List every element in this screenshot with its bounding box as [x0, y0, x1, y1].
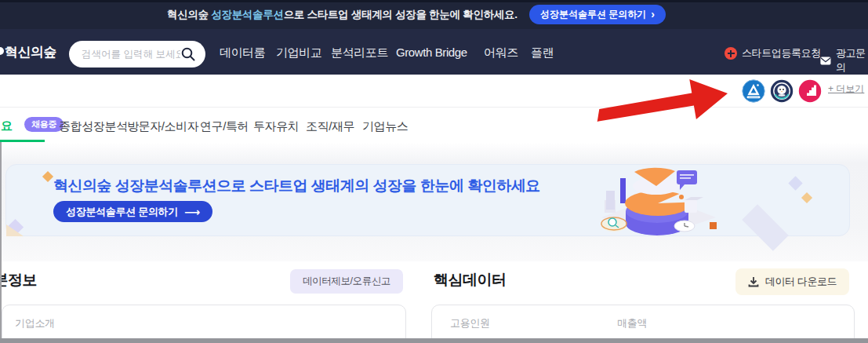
- nav-plan[interactable]: 플랜: [531, 46, 554, 60]
- download-icon: [748, 276, 759, 287]
- tab-research-patent[interactable]: 연구/특허: [200, 119, 249, 134]
- badge-row: [0, 75, 868, 108]
- banner-illustration: [584, 162, 729, 237]
- stairs-badge-pink-icon[interactable]: [798, 79, 822, 103]
- promo-text-highlight: 성장분석솔루션: [211, 9, 283, 20]
- company-intro-card: 기업소개: [2, 305, 406, 343]
- basic-info-title: 기본정보: [0, 270, 37, 290]
- nav-awards[interactable]: 어워즈: [484, 46, 518, 60]
- nav-analysis-report[interactable]: 분석리포트: [331, 46, 388, 60]
- promo-inquiry-label: 성장분석솔루션 문의하기: [540, 8, 646, 21]
- data-download-label: 데이터 다운로드: [765, 275, 837, 289]
- nav-growth-bridge[interactable]: Growth Bridge: [396, 46, 467, 59]
- company-intro-label: 기업소개: [15, 316, 55, 330]
- nav-company-compare[interactable]: 기업비교: [276, 46, 321, 60]
- tab-overview-active[interactable]: 개요: [0, 119, 13, 133]
- long-arrow-right-icon: ⟶: [184, 206, 200, 218]
- annotation-arrow-icon: [592, 75, 737, 126]
- tab-company-news[interactable]: 기업뉴스: [362, 119, 408, 134]
- revenue-label: 매출액: [617, 316, 647, 330]
- banner-inquiry-label: 성장분석솔루션 문의하기: [66, 205, 178, 219]
- promo-inquiry-button[interactable]: 성장분석솔루션 문의하기 ›: [529, 5, 666, 24]
- data-download-button[interactable]: 데이터 다운로드: [735, 268, 849, 295]
- award-badge-blue-icon[interactable]: [742, 79, 765, 103]
- promo-text-suffix: 으로 스타트업 생태계의 성장을 한눈에 확인하세요.: [284, 9, 518, 20]
- key-data-card: 고용인원 매출액: [431, 305, 855, 343]
- search-box: [69, 41, 205, 68]
- startup-register-link[interactable]: 스타트업등록요청: [725, 46, 821, 60]
- window-left-edge: [0, 142, 2, 343]
- tab-org-finance[interactable]: 조직/재무: [306, 119, 354, 134]
- ad-inquiry-link[interactable]: 광고문의: [820, 46, 868, 75]
- page: 혁신의숲 성장분석솔루션으로 스타트업 생태계의 성장을 한눈에 확인하세요. …: [0, 0, 868, 343]
- chevron-right-icon: ›: [651, 8, 655, 20]
- ad-inquiry-label: 광고문의: [836, 46, 868, 75]
- character-badge-navy-icon[interactable]: [770, 79, 794, 103]
- hiring-badge: 채용중: [24, 117, 64, 132]
- banner-inquiry-button[interactable]: 성장분석솔루션 문의하기 ⟶: [53, 201, 212, 222]
- search-input[interactable]: [82, 49, 180, 60]
- data-report-button[interactable]: 데이터제보/오류신고: [290, 269, 403, 294]
- more-badges-link[interactable]: + 더보기: [828, 82, 864, 96]
- nav-dataroom[interactable]: 데이터룸: [220, 46, 265, 60]
- employee-count-label: 고용인원: [450, 316, 490, 330]
- promo-text-prefix: 혁신의숲: [167, 9, 211, 20]
- tab-growth-analysis[interactable]: 종합성장분석: [59, 119, 128, 134]
- key-data-title: 핵심데이터: [434, 270, 507, 290]
- tab-investment[interactable]: 투자유치: [253, 119, 299, 134]
- tab-visitors-consumers[interactable]: 방문자/소비자: [127, 119, 198, 134]
- logo[interactable]: 혁신의숲: [5, 43, 56, 61]
- search-icon[interactable]: [180, 46, 196, 62]
- deco-wedge-beige: [6, 224, 24, 236]
- startup-register-label: 스타트업등록요청: [742, 46, 821, 60]
- window-top-edge: [0, 0, 868, 2]
- promo-text: 혁신의숲 성장분석솔루션으로 스타트업 생태계의 성장을 한눈에 확인하세요.: [167, 8, 518, 22]
- plus-circle-icon: [725, 47, 737, 60]
- window-bottom-edge: [0, 338, 868, 343]
- banner-title: 혁신의숲 성장분석솔루션으로 스타트업 생태계의 성장을 한눈에 확인하세요: [53, 176, 540, 196]
- envelope-icon: [820, 56, 831, 66]
